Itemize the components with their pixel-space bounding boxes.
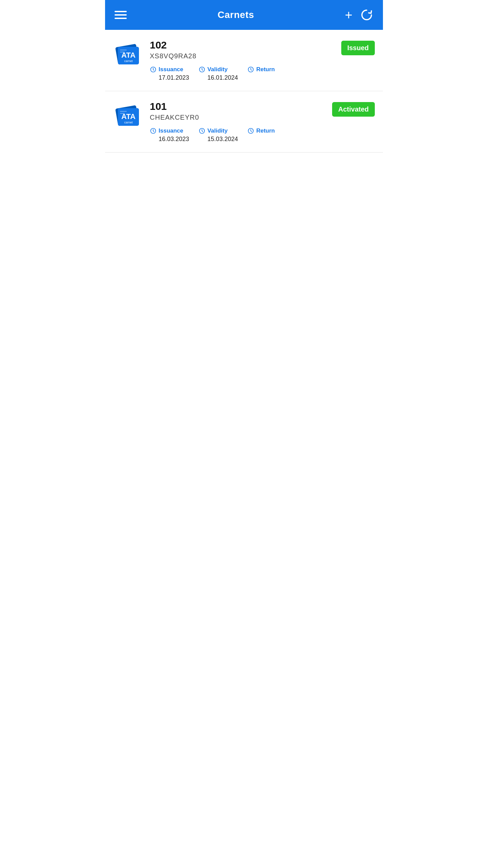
validity-label: Validity (199, 66, 238, 73)
validity-label: Validity (199, 127, 238, 134)
validity-date: 16.01.2024 (199, 74, 238, 81)
carnet-number: 101 (150, 101, 326, 112)
carnet-item[interactable]: ATA carnet 101 CHEAKCEYR0 Issuance (105, 91, 383, 153)
carnet-info: 102 XS8VQ9RA28 Issuance 17.01.2023 (150, 39, 335, 81)
header-actions: + (345, 8, 373, 22)
return-field: Return (247, 66, 275, 81)
issuance-field: Issuance 17.01.2023 (150, 66, 189, 81)
clock-icon (247, 66, 254, 73)
carnet-dates: Issuance 17.01.2023 Validity 16.01.2024 (150, 66, 335, 81)
carnet-info: 101 CHEAKCEYR0 Issuance 16.03.2023 (150, 101, 326, 143)
carnet-dates: Issuance 16.03.2023 Validity 15.03.2024 (150, 127, 326, 143)
add-carnet-button[interactable]: + (345, 8, 352, 21)
clock-icon (247, 127, 254, 134)
clock-icon (150, 127, 157, 134)
validity-field: Validity 15.03.2024 (199, 127, 238, 143)
carnet-number: 102 (150, 39, 335, 51)
ata-logo: ATA carnet (113, 101, 144, 131)
menu-button[interactable] (115, 11, 127, 19)
issuance-label: Issuance (150, 127, 189, 134)
carnet-item[interactable]: ATA carnet 102 XS8VQ9RA28 Issuan (105, 30, 383, 91)
svg-rect-14 (120, 113, 125, 114)
validity-field: Validity 16.01.2024 (199, 66, 238, 81)
issuance-date: 16.03.2023 (150, 136, 189, 143)
svg-rect-4 (120, 50, 127, 51)
status-badge: Issued (341, 41, 375, 55)
app-header: Carnets + (105, 0, 383, 30)
status-badge: Activated (332, 102, 375, 117)
issuance-date: 17.01.2023 (150, 74, 189, 81)
issuance-field: Issuance 16.03.2023 (150, 127, 189, 143)
svg-rect-13 (120, 111, 127, 112)
carnet-code: CHEAKCEYR0 (150, 114, 326, 121)
carnet-code: XS8VQ9RA28 (150, 52, 335, 60)
svg-rect-5 (120, 52, 125, 53)
svg-text:carnet: carnet (124, 59, 133, 63)
refresh-icon[interactable] (360, 8, 373, 22)
page-title: Carnets (218, 9, 254, 20)
svg-text:carnet: carnet (124, 121, 133, 124)
issuance-label: Issuance (150, 66, 189, 73)
validity-date: 15.03.2024 (199, 136, 238, 143)
clock-icon (150, 66, 157, 73)
ata-logo: ATA carnet (113, 39, 144, 70)
return-field: Return (247, 127, 275, 143)
carnet-list: ATA carnet 102 XS8VQ9RA28 Issuan (105, 30, 383, 153)
clock-icon (199, 127, 205, 134)
clock-icon (199, 66, 205, 73)
return-label: Return (247, 127, 275, 134)
return-label: Return (247, 66, 275, 73)
